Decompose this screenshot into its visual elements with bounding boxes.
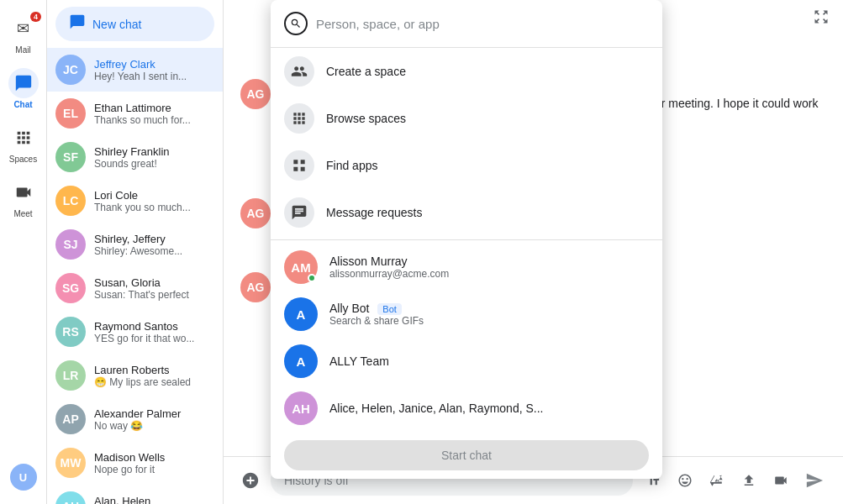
chat-list-item[interactable]: MW Madison Wells Nope go for it [47, 441, 223, 485]
sidebar-item-meet[interactable]: Meet [0, 171, 46, 225]
message-requests-label: Message requests [326, 206, 422, 219]
search-circle-icon [284, 12, 308, 35]
chat-list: JC Jeffrey Clark Hey! Yeah I sent in... … [47, 48, 223, 504]
avatar: JC [55, 55, 86, 85]
chat-list-item[interactable]: RS Raymond Santos YES go for it that wo.… [47, 310, 223, 354]
contact-info: Ally Bot Bot Search & share GIFs [329, 302, 649, 327]
chat-list-item[interactable]: LR Lauren Roberts 😁 My lips are sealed [47, 354, 223, 397]
main-area: HISTORY TURNED OFF Messages sent with hi… [224, 0, 843, 504]
browse-spaces-label: Browse spaces [326, 112, 406, 125]
chat-preview: Nope go for it [94, 464, 214, 475]
dropdown-search-bar[interactable]: Person, space, or app [271, 0, 662, 48]
chat-info: Lauren Roberts 😁 My lips are sealed [94, 364, 214, 388]
sidebar-user-avatar[interactable]: U [0, 457, 46, 497]
chat-list-item[interactable]: AH Alan, Helen Helen: Sure! [47, 485, 223, 504]
avatar: RS [55, 317, 86, 347]
contact-alice-helen[interactable]: AH Alice, Helen, Janice, Alan, Raymond, … [271, 385, 662, 432]
browse-spaces-item[interactable]: Browse spaces [271, 95, 662, 142]
contact-email: alissonmurray@acme.com [329, 268, 649, 280]
spaces-label: Spaces [9, 155, 37, 164]
avatar: EL [55, 98, 86, 129]
chat-info: Jeffrey Clark Hey! Yeah I sent in... [94, 58, 214, 82]
chat-preview: Sounds great! [94, 158, 214, 170]
start-chat-button[interactable]: Start chat [284, 440, 649, 470]
chat-info: Shirley Franklin Sounds great! [94, 145, 214, 170]
start-chat-label: Start chat [441, 449, 492, 462]
dropdown-overlay: Person, space, or app Create a space Bro… [224, 0, 843, 504]
new-chat-icon [69, 13, 86, 34]
chat-list-item[interactable]: SG Susan, Gloria Susan: That's perfect [47, 266, 223, 310]
meet-label: Meet [13, 209, 32, 218]
message-requests-icon [284, 197, 314, 228]
avatar: LR [55, 360, 86, 391]
chat-name: Jeffrey Clark [94, 58, 214, 71]
chat-list-panel: New chat JC Jeffrey Clark Hey! Yeah I se… [47, 0, 224, 504]
chat-name: Susan, Gloria [94, 276, 214, 289]
search-input[interactable]: Person, space, or app [316, 17, 649, 31]
chat-name: Ethan Lattimore [94, 102, 214, 114]
sidebar-item-chat[interactable]: Chat [0, 61, 46, 116]
create-space-icon [284, 56, 314, 87]
chat-preview: Hey! Yeah I sent in... [94, 71, 214, 82]
mail-badge: 4 [30, 12, 41, 22]
chat-name: Alan, Helen [94, 495, 214, 505]
contact-avatar: AM [284, 250, 318, 284]
message-requests-item[interactable]: Message requests [271, 189, 662, 236]
chat-info: Susan, Gloria Susan: That's perfect [94, 276, 214, 301]
chat-name: Lori Cole [94, 189, 214, 202]
find-apps-item[interactable]: Find apps [271, 142, 662, 189]
chat-list-item[interactable]: JC Jeffrey Clark Hey! Yeah I sent in... [47, 48, 223, 92]
chat-info: Alan, Helen Helen: Sure! [94, 495, 214, 505]
create-space-item[interactable]: Create a space [271, 48, 662, 95]
avatar: AH [55, 491, 86, 504]
avatar: SG [55, 273, 86, 303]
divider [271, 239, 662, 240]
mail-label: Mail [15, 45, 30, 55]
chat-name: Madison Wells [94, 451, 214, 464]
contact-name: Alisson Murray [329, 255, 649, 268]
new-chat-button[interactable]: New chat [55, 7, 214, 41]
contact-alisson-murray[interactable]: AM Alisson Murray alissonmurray@acme.com [271, 244, 662, 291]
new-chat-label: New chat [92, 18, 141, 31]
meet-icon [8, 177, 39, 207]
chat-preview: YES go for it that wo... [94, 333, 214, 344]
online-indicator [308, 274, 316, 282]
find-apps-icon [284, 150, 314, 181]
chat-label: Chat [13, 100, 32, 109]
chat-preview: Susan: That's perfect [94, 289, 214, 301]
chat-info: Madison Wells Nope go for it [94, 451, 214, 475]
spaces-icon [8, 123, 39, 153]
sidebar-item-spaces[interactable]: Spaces [0, 116, 46, 171]
contact-avatar: A [284, 297, 318, 331]
chat-preview: Thank you so much... [94, 202, 214, 213]
chat-preview: 😁 My lips are sealed [94, 376, 214, 388]
contact-avatar: A [284, 344, 318, 378]
dropdown-menu: Person, space, or app Create a space Bro… [271, 0, 662, 479]
chat-list-item[interactable]: SF Shirley Franklin Sounds great! [47, 135, 223, 179]
contact-name: ALLY Team [329, 354, 649, 368]
sidebar-item-mail[interactable]: ✉ 4 Mail [0, 7, 46, 61]
chat-info: Raymond Santos YES go for it that wo... [94, 320, 214, 344]
chat-name: Alexander Palmer [94, 407, 214, 420]
contact-info: Alice, Helen, Janice, Alan, Raymond, S..… [329, 402, 649, 415]
avatar: MW [55, 448, 86, 478]
chat-name: Shirley, Jeffery [94, 233, 214, 245]
chat-list-item[interactable]: EL Ethan Lattimore Thanks so much for... [47, 92, 223, 135]
chat-icon [8, 68, 39, 98]
contact-info: ALLY Team [329, 354, 649, 368]
contact-ally-bot[interactable]: A Ally Bot Bot Search & share GIFs [271, 291, 662, 338]
chat-list-item[interactable]: AP Alexander Palmer No way 😂 [47, 397, 223, 441]
browse-spaces-icon [284, 103, 314, 134]
chat-info: Ethan Lattimore Thanks so much for... [94, 102, 214, 126]
chat-name: Raymond Santos [94, 320, 214, 333]
contact-email: Search & share GIFs [329, 315, 649, 327]
chat-list-item[interactable]: LC Lori Cole Thank you so much... [47, 179, 223, 223]
contact-ally-team[interactable]: A ALLY Team [271, 338, 662, 385]
avatar: AP [55, 404, 86, 434]
chat-name: Shirley Franklin [94, 145, 214, 158]
avatar: SF [55, 142, 86, 172]
chat-list-item[interactable]: SJ Shirley, Jeffery Shirley: Awesome... [47, 223, 223, 266]
chat-info: Shirley, Jeffery Shirley: Awesome... [94, 233, 214, 257]
find-apps-label: Find apps [326, 159, 377, 172]
create-space-label: Create a space [326, 65, 406, 78]
